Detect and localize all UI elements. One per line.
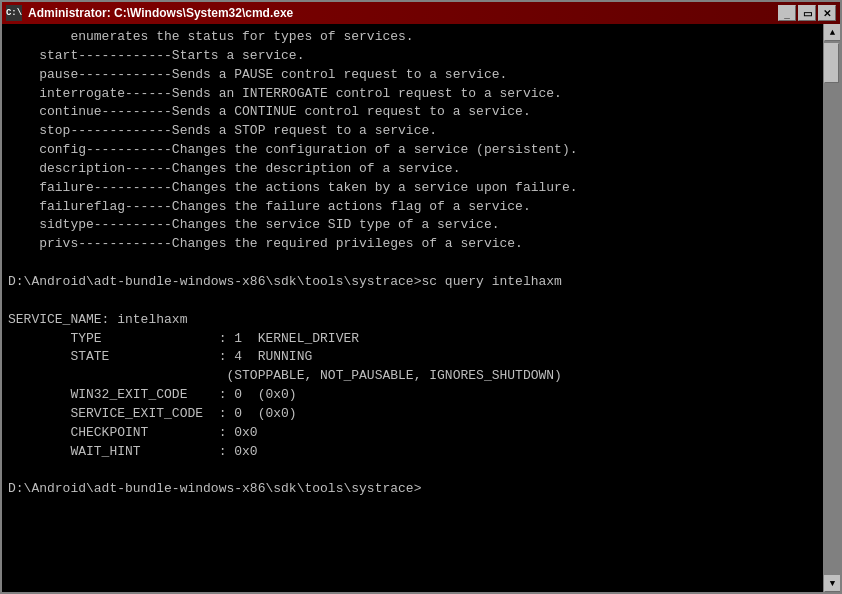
scroll-up-button[interactable]: ▲ [824, 24, 840, 41]
window-controls: _ ▭ ✕ [778, 5, 836, 21]
console-area: enumerates the status for types of servi… [2, 24, 840, 592]
scroll-track[interactable] [824, 41, 840, 575]
minimize-button[interactable]: _ [778, 5, 796, 21]
restore-button[interactable]: ▭ [798, 5, 816, 21]
console-output[interactable]: enumerates the status for types of servi… [2, 24, 823, 592]
scroll-down-button[interactable]: ▼ [824, 575, 840, 592]
scroll-thumb[interactable] [824, 43, 839, 83]
scrollbar[interactable]: ▲ ▼ [823, 24, 840, 592]
close-button[interactable]: ✕ [818, 5, 836, 21]
cmd-window: C:\ Administrator: C:\Windows\System32\c… [0, 0, 842, 594]
title-bar: C:\ Administrator: C:\Windows\System32\c… [2, 2, 840, 24]
window-title: Administrator: C:\Windows\System32\cmd.e… [28, 6, 778, 20]
window-icon: C:\ [6, 5, 22, 21]
